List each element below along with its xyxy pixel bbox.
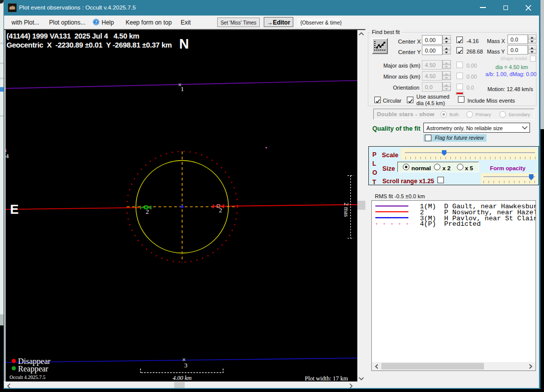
svg-text:2: 2: [146, 208, 149, 215]
svg-text:2 mas: 2 mas: [343, 203, 350, 217]
svg-text:Plot width: 17 km: Plot width: 17 km: [305, 375, 348, 382]
svg-text:?: ?: [95, 20, 98, 25]
svg-text:3: 3: [184, 361, 188, 369]
svg-text:4(P) Predicted: 4(P) Predicted: [420, 220, 481, 228]
svg-text:2: 2: [219, 207, 222, 214]
svg-text:N: N: [179, 37, 189, 52]
svg-text:Geocentric X -2230.89 ±0.01: Geocentric X -2230.89 ±0.01 Y -2698.81 ±…: [7, 41, 172, 49]
svg-text:Occult 4.2025.7.5: Occult 4.2025.7.5: [10, 374, 46, 380]
svg-text:(41144) 1999 VA131 2025 Jul 4: (41144) 1999 VA131 2025 Jul 4 4.50 km: [7, 32, 140, 40]
svg-text:4: 4: [6, 152, 9, 160]
svg-text:1: 1: [181, 85, 184, 93]
svg-text:E: E: [10, 202, 19, 217]
svg-text:4.00 km: 4.00 km: [173, 374, 192, 381]
svg-text:Reappear: Reappear: [18, 364, 49, 373]
